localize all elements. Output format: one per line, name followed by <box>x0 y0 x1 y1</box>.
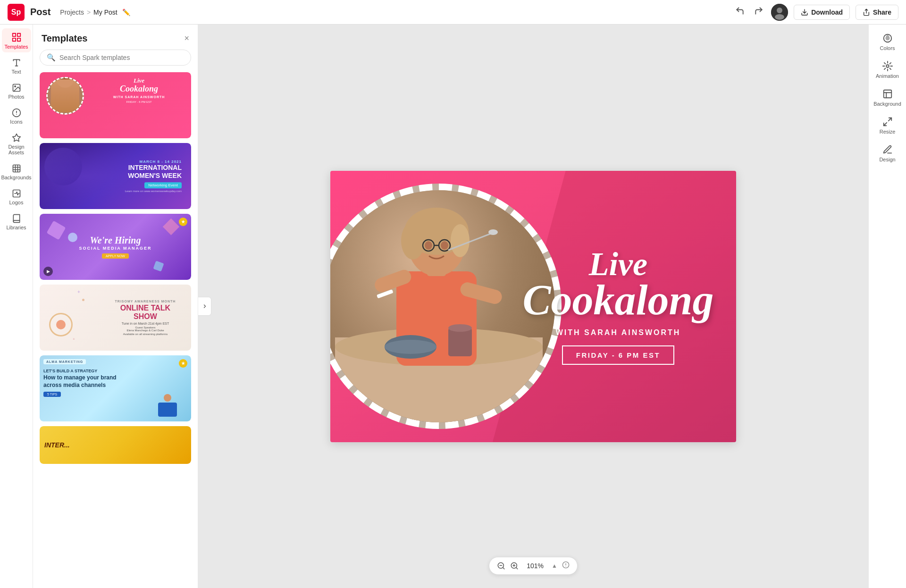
svg-point-51 <box>886 65 889 67</box>
main-layout: Templates Text Photos Icons Design Asset… <box>0 25 906 588</box>
sidebar-item-icons[interactable]: Icons <box>2 104 31 127</box>
design-icon <box>882 144 893 155</box>
right-sidebar-item-colors[interactable]: Colors <box>871 28 904 54</box>
photos-label: Photos <box>8 94 24 100</box>
right-sidebar-item-background[interactable]: Background <box>871 84 904 110</box>
zoom-out-button[interactable] <box>497 562 505 570</box>
canvas-area: Live Cookalong WITH SARAH AINSWORTH FRID… <box>198 25 868 588</box>
right-sidebar-item-animation[interactable]: Animation <box>871 56 904 82</box>
colors-label: Colors <box>880 45 895 51</box>
canvas-title-line2: Cookalong <box>519 281 717 319</box>
logos-label: Logos <box>9 200 24 205</box>
zoom-bar: 101% ▲ <box>489 557 578 575</box>
svg-point-38 <box>448 324 472 332</box>
play-icon: ▶ <box>43 267 53 276</box>
templates-label: Templates <box>4 44 28 50</box>
templates-panel: Templates × 🔍 Live <box>33 25 198 588</box>
libraries-icon <box>12 214 21 223</box>
svg-rect-6 <box>17 34 20 36</box>
edit-title-icon[interactable]: ✏️ <box>122 8 130 16</box>
panel-toggle-button[interactable] <box>198 297 211 316</box>
sidebar-item-templates[interactable]: Templates <box>2 28 31 52</box>
left-sidebar: Templates Text Photos Icons Design Asset… <box>0 25 33 588</box>
svg-line-53 <box>888 118 891 121</box>
design-assets-label: Design Assets <box>4 144 29 155</box>
undo-button[interactable] <box>733 4 747 20</box>
sidebar-item-backgrounds[interactable]: Backgrounds <box>2 160 31 183</box>
icons-label: Icons <box>10 119 22 125</box>
templates-list: Live Cookalong WITH SARAH AINSWORTH FRID… <box>33 72 198 588</box>
text-icon <box>12 58 21 67</box>
sidebar-item-logos[interactable]: Logos <box>2 185 31 208</box>
templates-icon <box>11 32 22 42</box>
backgrounds-icon <box>12 164 21 173</box>
libraries-label: Libraries <box>6 225 26 230</box>
svg-point-26 <box>401 222 425 260</box>
premium-badge: ★ <box>179 218 187 226</box>
template-card[interactable]: ALMA MARKETING LET'S BUILD A STRATEGY Ho… <box>40 355 191 421</box>
app-logo: Sp <box>8 4 25 21</box>
resize-icon <box>882 117 893 127</box>
background-label: Background <box>873 101 901 107</box>
logos-icon <box>12 189 21 198</box>
animation-label: Animation <box>876 73 899 79</box>
sidebar-item-design-assets[interactable]: Design Assets <box>2 129 31 158</box>
svg-point-28 <box>425 241 432 250</box>
breadcrumb-separator: > <box>87 8 91 16</box>
undo-redo-group <box>733 4 765 20</box>
right-sidebar-item-resize[interactable]: Resize <box>871 112 904 138</box>
download-button[interactable]: Download <box>794 5 850 20</box>
svg-rect-16 <box>13 165 20 172</box>
breadcrumb-current: My Post <box>93 8 117 16</box>
icons-icon <box>12 108 21 118</box>
svg-point-1 <box>777 8 782 13</box>
svg-point-36 <box>385 340 436 354</box>
breadcrumb: Projects > My Post ✏️ <box>60 8 130 16</box>
zoom-info-button[interactable] <box>562 561 570 571</box>
breadcrumb-parent[interactable]: Projects <box>60 8 84 16</box>
svg-rect-5 <box>12 34 15 36</box>
sidebar-item-photos[interactable]: Photos <box>2 79 31 102</box>
template-search: 🔍 <box>33 50 198 72</box>
zoom-level: 101% <box>523 562 547 570</box>
backgrounds-label: Backgrounds <box>1 175 31 180</box>
right-sidebar: Colors Animation Background Resize Desig… <box>868 25 906 588</box>
canvas-date: FRIDAY - 6 PM EST <box>576 351 660 359</box>
sidebar-item-text[interactable]: Text <box>2 54 31 77</box>
svg-line-41 <box>503 567 504 569</box>
svg-rect-37 <box>448 328 472 356</box>
search-box: 🔍 <box>40 50 191 66</box>
redo-button[interactable] <box>752 4 765 20</box>
template-card[interactable]: Live Cookalong WITH SARAH AINSWORTH FRID… <box>40 72 191 138</box>
photos-icon <box>12 83 21 92</box>
right-sidebar-item-design[interactable]: Design <box>871 140 904 166</box>
template-card[interactable]: MARCH 8 - 14 2021 INTERNATIONALWOMEN'S W… <box>40 143 191 209</box>
zoom-dropdown-button[interactable]: ▲ <box>552 563 557 569</box>
template-card[interactable]: INTER... <box>40 426 191 464</box>
resize-label: Resize <box>880 129 896 134</box>
background-icon <box>882 89 893 99</box>
svg-line-54 <box>883 123 886 126</box>
share-button[interactable]: Share <box>856 5 898 20</box>
panel-header: Templates × <box>33 25 198 50</box>
design-canvas[interactable]: Live Cookalong WITH SARAH AINSWORTH FRID… <box>330 171 736 442</box>
topbar: Sp Post Projects > My Post ✏️ Download S… <box>0 0 906 25</box>
sidebar-item-libraries[interactable]: Libraries <box>2 210 31 233</box>
animation-icon <box>882 61 893 71</box>
canvas-subtitle: WITH SARAH AINSWORTH <box>519 328 717 337</box>
canvas-title-line1: Live <box>519 248 717 281</box>
svg-rect-52 <box>883 90 891 98</box>
svg-rect-7 <box>12 38 15 41</box>
zoom-in-button[interactable] <box>510 562 519 570</box>
template-card[interactable]: Trisomy Awareness Month ONLINE TALKSHOW … <box>40 285 191 351</box>
user-avatar[interactable] <box>771 4 788 21</box>
panel-title: Templates <box>42 33 87 44</box>
svg-rect-8 <box>17 38 20 41</box>
search-input[interactable] <box>59 54 184 61</box>
template-card[interactable]: We're Hiring SOCIAL MEDIA MANAGER APPLY … <box>40 214 191 280</box>
panel-close-button[interactable]: × <box>184 34 189 43</box>
svg-point-2 <box>775 14 784 20</box>
canvas-text-area: Live Cookalong WITH SARAH AINSWORTH FRID… <box>519 248 717 365</box>
svg-point-34 <box>488 229 498 235</box>
search-icon: 🔍 <box>47 53 56 62</box>
